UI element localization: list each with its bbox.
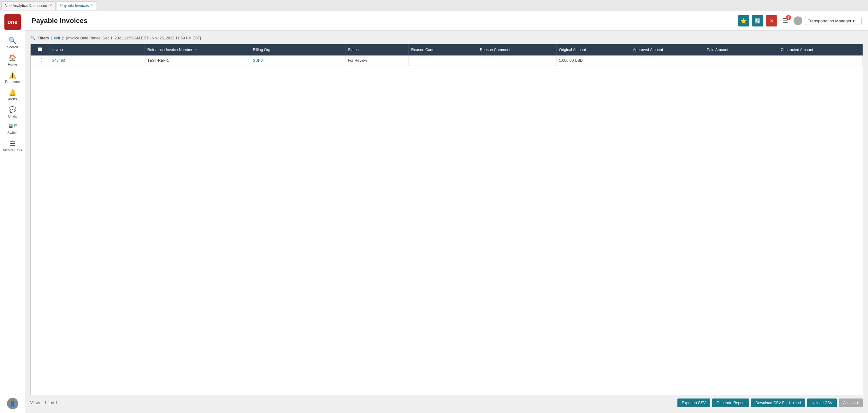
viewing-text: Viewing 1-1 of 1 (30, 401, 57, 405)
cell-checkbox (31, 56, 50, 66)
notification-badge: 1 (786, 15, 791, 20)
generate-report-button[interactable]: Generate Report (712, 399, 749, 407)
col-paid-amount: Paid Amount (704, 44, 778, 56)
sidebar-label-switch: Switch (7, 131, 18, 135)
export-csv-button[interactable]: Export to CSV (677, 399, 710, 407)
invoice-link[interactable]: 242493 (52, 58, 65, 63)
cell-original-amount: 1,000.00 USD (556, 56, 630, 66)
cell-contracted-amount (778, 56, 863, 66)
sidebar-label-alerts: Alerts (8, 97, 17, 101)
sidebar-item-menus-favs[interactable]: ☰ Menus/Favs (0, 137, 25, 154)
chats-icon: 💬 (8, 106, 17, 113)
billing-org-link[interactable]: SUP6 (253, 58, 262, 63)
header-actions: ⭐ 🔄 ✕ ☰ 1 Transportation Manager ▾ (738, 15, 862, 27)
role-label: Transportation Manager (808, 19, 851, 23)
invoice-table: Invoice Reference Invoice Number ▼ Billi… (31, 44, 863, 66)
download-csv-upload-button[interactable]: Download CSV For Upload (751, 399, 805, 407)
cell-paid-amount (704, 56, 778, 66)
col-approved-amount: Approved Amount (630, 44, 704, 56)
sidebar: one 🔍 Search 🏠 Home ⚠️ Problems 🔔 Alerts… (0, 11, 25, 413)
sidebar-item-home[interactable]: 🏠 Home (0, 51, 25, 69)
sidebar-label-search: Search (7, 45, 18, 49)
actions-button[interactable]: Actions ▾ (839, 399, 863, 407)
user-avatar[interactable]: 👤 (7, 398, 18, 409)
sidebar-item-search[interactable]: 🔍 Search (0, 34, 25, 51)
sidebar-bottom: 👤 (0, 398, 25, 413)
tab-neo-analytics[interactable]: Neo Analytics Dashboard ✕ (1, 1, 56, 10)
tab-label-active: Payable Invoices (60, 3, 89, 8)
tab-label: Neo Analytics Dashboard (5, 3, 47, 8)
col-contracted-amount: Contracted Amount (778, 44, 863, 56)
dropdown-chevron: ▾ (852, 19, 855, 23)
header-avatar (794, 16, 802, 25)
col-invoice: Invoice (50, 44, 145, 56)
home-icon: 🏠 (8, 54, 17, 62)
role-dropdown[interactable]: Transportation Manager ▾ (805, 17, 862, 25)
cell-invoice: 242493 (50, 56, 145, 66)
cell-approved-amount (630, 56, 704, 66)
page-body: 🔍 Filters ( edit ): [Invoice Date Range:… (25, 31, 868, 413)
row-checkbox[interactable] (38, 58, 42, 62)
page-footer: Viewing 1-1 of 1 Export to CSV Generate … (30, 395, 863, 408)
refresh-button[interactable]: 🔄 (752, 15, 763, 27)
filters-edit-link[interactable]: edit (54, 36, 60, 40)
tab-close-neo[interactable]: ✕ (49, 4, 52, 7)
col-checkbox (31, 44, 50, 56)
col-billing-org: Billing Org (250, 44, 345, 56)
sidebar-item-chats[interactable]: 💬 Chats (0, 103, 25, 121)
main-layout: one 🔍 Search 🏠 Home ⚠️ Problems 🔔 Alerts… (0, 11, 868, 413)
sidebar-label-problems: Problems (5, 80, 20, 83)
page-header: Payable Invoices ⭐ 🔄 ✕ ☰ 1 Transportatio… (25, 11, 868, 31)
tab-payable-invoices[interactable]: Payable Invoices ✕ (57, 1, 97, 10)
filter-paren-open: ( (51, 36, 52, 40)
tab-bar: Neo Analytics Dashboard ✕ Payable Invoic… (0, 0, 868, 11)
search-icon: 🔍 (8, 37, 17, 44)
problems-icon: ⚠️ (8, 71, 17, 79)
col-status: Status (345, 44, 409, 56)
filter-value: [Invoice Date Range: Dec 1, 2021 11:59 A… (66, 36, 201, 40)
alerts-icon: 🔔 (8, 89, 17, 96)
sidebar-item-problems[interactable]: ⚠️ Problems (0, 69, 25, 86)
cell-ref-invoice-num: TEST-REF-1 (145, 56, 250, 66)
content-area: Payable Invoices ⭐ 🔄 ✕ ☰ 1 Transportatio… (25, 11, 868, 413)
invoice-table-container[interactable]: Invoice Reference Invoice Number ▼ Billi… (30, 44, 863, 395)
table-body: 242493TEST-REF-1SUP6For Review1,000.00 U… (31, 56, 863, 66)
menus-icon: ☰ (10, 140, 16, 147)
close-button[interactable]: ✕ (766, 15, 777, 27)
select-all-checkbox[interactable] (38, 47, 42, 51)
filter-paren-close: ): (62, 36, 64, 40)
logo-text: one (7, 19, 18, 26)
filter-bar: 🔍 Filters ( edit ): [Invoice Date Range:… (30, 36, 863, 41)
col-reason-code: Reason Code (409, 44, 477, 56)
table-row: 242493TEST-REF-1SUP6For Review1,000.00 U… (31, 56, 863, 66)
logo[interactable]: one (4, 14, 21, 30)
star-button[interactable]: ⭐ (738, 15, 749, 27)
sidebar-label-chats: Chats (8, 114, 17, 118)
cell-reason-comment (477, 56, 556, 66)
switch-icon: 🖥⊟ (7, 123, 18, 130)
tab-close-payable[interactable]: ✕ (91, 4, 93, 7)
sidebar-label-home: Home (8, 62, 17, 66)
filters-label: Filters (37, 36, 49, 40)
col-ref-invoice-num: Reference Invoice Number ▼ (145, 44, 250, 56)
upload-csv-button[interactable]: Upload CSV (807, 399, 837, 407)
sidebar-item-switch[interactable]: 🖥⊟ Switch (0, 121, 25, 137)
sort-triangle: ▼ (195, 49, 197, 52)
avatar-icon: 👤 (9, 401, 16, 407)
col-original-amount: Original Amount (556, 44, 630, 56)
sidebar-label-menus: Menus/Favs (3, 148, 22, 152)
sidebar-item-alerts[interactable]: 🔔 Alerts (0, 86, 25, 103)
filter-icon: 🔍 (30, 36, 36, 41)
cell-billing-org: SUP6 (250, 56, 345, 66)
footer-buttons: Export to CSV Generate Report Download C… (677, 399, 863, 407)
notification-button[interactable]: ☰ 1 (780, 15, 791, 27)
cell-status: For Review (345, 56, 409, 66)
cell-reason-code (409, 56, 477, 66)
table-header-row: Invoice Reference Invoice Number ▼ Billi… (31, 44, 863, 56)
page-title: Payable Invoices (32, 17, 87, 25)
col-reason-comment: Reason Comment (477, 44, 556, 56)
